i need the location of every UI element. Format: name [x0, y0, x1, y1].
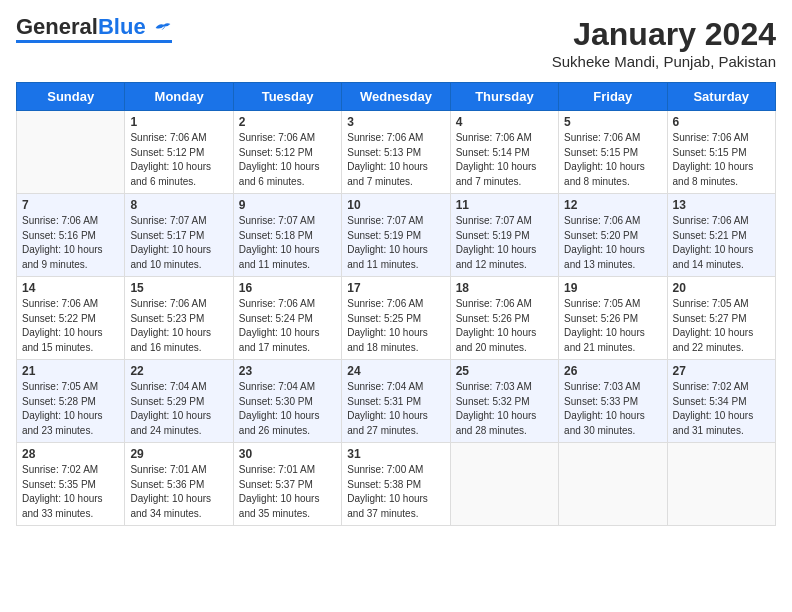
day-info: Sunrise: 7:06 AMSunset: 5:21 PMDaylight:… — [673, 214, 770, 272]
page-header: GeneralBlue January 2024 Sukheke Mandi, … — [16, 16, 776, 70]
calendar-cell: 19Sunrise: 7:05 AMSunset: 5:26 PMDayligh… — [559, 277, 667, 360]
week-row-2: 7Sunrise: 7:06 AMSunset: 5:16 PMDaylight… — [17, 194, 776, 277]
logo-text: GeneralBlue — [16, 16, 172, 38]
day-number: 13 — [673, 198, 770, 212]
weekday-header-wednesday: Wednesday — [342, 83, 450, 111]
day-info: Sunrise: 7:07 AMSunset: 5:19 PMDaylight:… — [456, 214, 553, 272]
calendar-cell — [17, 111, 125, 194]
day-number: 29 — [130, 447, 227, 461]
calendar-cell: 26Sunrise: 7:03 AMSunset: 5:33 PMDayligh… — [559, 360, 667, 443]
weekday-header-monday: Monday — [125, 83, 233, 111]
day-number: 16 — [239, 281, 336, 295]
calendar-cell: 1Sunrise: 7:06 AMSunset: 5:12 PMDaylight… — [125, 111, 233, 194]
day-number: 31 — [347, 447, 444, 461]
calendar-cell: 9Sunrise: 7:07 AMSunset: 5:18 PMDaylight… — [233, 194, 341, 277]
title-block: January 2024 Sukheke Mandi, Punjab, Paki… — [552, 16, 776, 70]
logo: GeneralBlue — [16, 16, 172, 43]
day-info: Sunrise: 7:07 AMSunset: 5:19 PMDaylight:… — [347, 214, 444, 272]
day-number: 23 — [239, 364, 336, 378]
calendar-cell: 31Sunrise: 7:00 AMSunset: 5:38 PMDayligh… — [342, 443, 450, 526]
day-number: 2 — [239, 115, 336, 129]
day-info: Sunrise: 7:05 AMSunset: 5:26 PMDaylight:… — [564, 297, 661, 355]
calendar-cell — [450, 443, 558, 526]
day-info: Sunrise: 7:06 AMSunset: 5:20 PMDaylight:… — [564, 214, 661, 272]
day-number: 3 — [347, 115, 444, 129]
day-number: 21 — [22, 364, 119, 378]
day-number: 9 — [239, 198, 336, 212]
calendar-cell: 24Sunrise: 7:04 AMSunset: 5:31 PMDayligh… — [342, 360, 450, 443]
day-number: 17 — [347, 281, 444, 295]
day-info: Sunrise: 7:06 AMSunset: 5:15 PMDaylight:… — [673, 131, 770, 189]
logo-blue: Blue — [98, 14, 146, 39]
day-number: 22 — [130, 364, 227, 378]
day-info: Sunrise: 7:06 AMSunset: 5:25 PMDaylight:… — [347, 297, 444, 355]
day-info: Sunrise: 7:04 AMSunset: 5:31 PMDaylight:… — [347, 380, 444, 438]
day-number: 7 — [22, 198, 119, 212]
calendar-cell: 14Sunrise: 7:06 AMSunset: 5:22 PMDayligh… — [17, 277, 125, 360]
calendar-title: January 2024 — [552, 16, 776, 53]
day-info: Sunrise: 7:06 AMSunset: 5:23 PMDaylight:… — [130, 297, 227, 355]
week-row-4: 21Sunrise: 7:05 AMSunset: 5:28 PMDayligh… — [17, 360, 776, 443]
calendar-cell — [667, 443, 775, 526]
calendar-table: SundayMondayTuesdayWednesdayThursdayFrid… — [16, 82, 776, 526]
calendar-cell: 28Sunrise: 7:02 AMSunset: 5:35 PMDayligh… — [17, 443, 125, 526]
day-info: Sunrise: 7:03 AMSunset: 5:32 PMDaylight:… — [456, 380, 553, 438]
day-info: Sunrise: 7:06 AMSunset: 5:15 PMDaylight:… — [564, 131, 661, 189]
day-info: Sunrise: 7:03 AMSunset: 5:33 PMDaylight:… — [564, 380, 661, 438]
day-number: 10 — [347, 198, 444, 212]
calendar-cell: 25Sunrise: 7:03 AMSunset: 5:32 PMDayligh… — [450, 360, 558, 443]
calendar-cell: 18Sunrise: 7:06 AMSunset: 5:26 PMDayligh… — [450, 277, 558, 360]
day-number: 15 — [130, 281, 227, 295]
day-info: Sunrise: 7:04 AMSunset: 5:29 PMDaylight:… — [130, 380, 227, 438]
day-info: Sunrise: 7:06 AMSunset: 5:12 PMDaylight:… — [130, 131, 227, 189]
day-number: 30 — [239, 447, 336, 461]
day-info: Sunrise: 7:02 AMSunset: 5:35 PMDaylight:… — [22, 463, 119, 521]
calendar-cell: 30Sunrise: 7:01 AMSunset: 5:37 PMDayligh… — [233, 443, 341, 526]
calendar-cell: 2Sunrise: 7:06 AMSunset: 5:12 PMDaylight… — [233, 111, 341, 194]
day-number: 8 — [130, 198, 227, 212]
calendar-cell: 23Sunrise: 7:04 AMSunset: 5:30 PMDayligh… — [233, 360, 341, 443]
calendar-cell: 6Sunrise: 7:06 AMSunset: 5:15 PMDaylight… — [667, 111, 775, 194]
day-number: 27 — [673, 364, 770, 378]
day-info: Sunrise: 7:05 AMSunset: 5:27 PMDaylight:… — [673, 297, 770, 355]
calendar-cell: 3Sunrise: 7:06 AMSunset: 5:13 PMDaylight… — [342, 111, 450, 194]
day-number: 26 — [564, 364, 661, 378]
calendar-cell: 20Sunrise: 7:05 AMSunset: 5:27 PMDayligh… — [667, 277, 775, 360]
day-info: Sunrise: 7:06 AMSunset: 5:24 PMDaylight:… — [239, 297, 336, 355]
day-info: Sunrise: 7:06 AMSunset: 5:13 PMDaylight:… — [347, 131, 444, 189]
day-info: Sunrise: 7:07 AMSunset: 5:17 PMDaylight:… — [130, 214, 227, 272]
calendar-cell: 17Sunrise: 7:06 AMSunset: 5:25 PMDayligh… — [342, 277, 450, 360]
day-number: 14 — [22, 281, 119, 295]
day-number: 1 — [130, 115, 227, 129]
day-info: Sunrise: 7:06 AMSunset: 5:16 PMDaylight:… — [22, 214, 119, 272]
day-info: Sunrise: 7:06 AMSunset: 5:14 PMDaylight:… — [456, 131, 553, 189]
day-info: Sunrise: 7:05 AMSunset: 5:28 PMDaylight:… — [22, 380, 119, 438]
day-info: Sunrise: 7:04 AMSunset: 5:30 PMDaylight:… — [239, 380, 336, 438]
weekday-header-sunday: Sunday — [17, 83, 125, 111]
weekday-header-tuesday: Tuesday — [233, 83, 341, 111]
day-info: Sunrise: 7:06 AMSunset: 5:26 PMDaylight:… — [456, 297, 553, 355]
day-number: 18 — [456, 281, 553, 295]
weekday-header-thursday: Thursday — [450, 83, 558, 111]
day-info: Sunrise: 7:02 AMSunset: 5:34 PMDaylight:… — [673, 380, 770, 438]
calendar-cell — [559, 443, 667, 526]
logo-general: General — [16, 14, 98, 39]
day-info: Sunrise: 7:07 AMSunset: 5:18 PMDaylight:… — [239, 214, 336, 272]
day-info: Sunrise: 7:01 AMSunset: 5:36 PMDaylight:… — [130, 463, 227, 521]
day-number: 20 — [673, 281, 770, 295]
calendar-cell: 15Sunrise: 7:06 AMSunset: 5:23 PMDayligh… — [125, 277, 233, 360]
day-number: 4 — [456, 115, 553, 129]
calendar-cell: 11Sunrise: 7:07 AMSunset: 5:19 PMDayligh… — [450, 194, 558, 277]
day-number: 25 — [456, 364, 553, 378]
calendar-cell: 8Sunrise: 7:07 AMSunset: 5:17 PMDaylight… — [125, 194, 233, 277]
day-number: 28 — [22, 447, 119, 461]
calendar-cell: 10Sunrise: 7:07 AMSunset: 5:19 PMDayligh… — [342, 194, 450, 277]
calendar-cell: 12Sunrise: 7:06 AMSunset: 5:20 PMDayligh… — [559, 194, 667, 277]
day-number: 12 — [564, 198, 661, 212]
calendar-cell: 16Sunrise: 7:06 AMSunset: 5:24 PMDayligh… — [233, 277, 341, 360]
weekday-header-saturday: Saturday — [667, 83, 775, 111]
weekday-header-row: SundayMondayTuesdayWednesdayThursdayFrid… — [17, 83, 776, 111]
week-row-5: 28Sunrise: 7:02 AMSunset: 5:35 PMDayligh… — [17, 443, 776, 526]
week-row-1: 1Sunrise: 7:06 AMSunset: 5:12 PMDaylight… — [17, 111, 776, 194]
day-number: 5 — [564, 115, 661, 129]
